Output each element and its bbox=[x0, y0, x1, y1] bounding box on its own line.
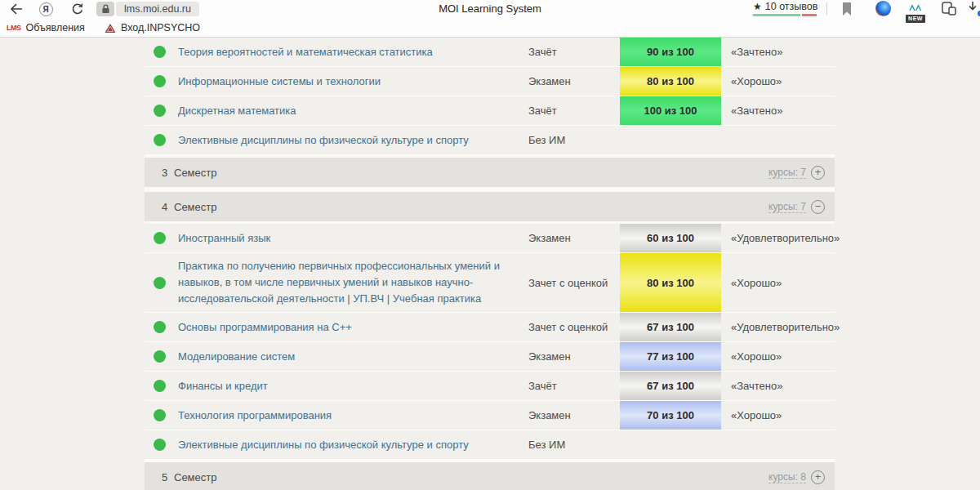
bookmark-login-inpsycho[interactable]: Вход.INPSYCHO bbox=[105, 20, 200, 35]
status-dot-cell bbox=[145, 232, 178, 244]
download-icon[interactable] bbox=[967, 1, 980, 17]
table-row: Дискретная математика Зачёт 100 из 100 «… bbox=[145, 96, 835, 126]
semester-number: 4 bbox=[162, 201, 174, 213]
score-cell: 60 из 100 bbox=[620, 224, 721, 252]
browser-toolbar: Я lms.moi.edu.ru MOI Learning System ★ 1… bbox=[0, 0, 980, 19]
course-link[interactable]: Элективные дисциплины по физической куль… bbox=[178, 439, 469, 451]
status-dot-cell bbox=[145, 409, 178, 421]
course-link[interactable]: Финансы и кредит bbox=[178, 380, 268, 392]
url-bar[interactable]: lms.moi.edu.ru bbox=[116, 2, 199, 16]
status-dot-icon bbox=[154, 134, 166, 146]
score-cell: 70 из 100 bbox=[620, 401, 721, 430]
exam-type: Экзамен bbox=[528, 75, 620, 87]
status-dot-cell bbox=[145, 439, 178, 451]
status-dot-cell bbox=[145, 105, 178, 117]
rating-bar-negative bbox=[802, 14, 817, 16]
course-link[interactable]: Дискретная математика bbox=[178, 105, 296, 117]
table-row: Элективные дисциплины по физической куль… bbox=[145, 126, 835, 155]
status-dot-cell bbox=[145, 380, 178, 392]
grade-value: «Хорошо» bbox=[721, 350, 835, 363]
course-link[interactable]: Элективные дисциплины по физической куль… bbox=[178, 134, 469, 146]
status-dot-cell bbox=[145, 277, 178, 289]
course-link[interactable]: Теория вероятностей и математическая ста… bbox=[178, 46, 433, 58]
course-link[interactable]: Моделирование систем bbox=[178, 350, 295, 363]
status-dot-cell bbox=[145, 75, 178, 87]
reviews-count: 10 отзывов bbox=[765, 1, 818, 12]
semester-header-row: 5 Семестр курсы: 8 + bbox=[145, 460, 835, 490]
rating-bar bbox=[753, 14, 817, 16]
table-row: Теория вероятностей и математическая ста… bbox=[145, 38, 835, 67]
score-cell: 80 из 100 bbox=[620, 67, 721, 96]
course-link[interactable]: Иностранный язык bbox=[178, 232, 270, 244]
plus-circle-icon[interactable]: + bbox=[811, 166, 825, 180]
grade-value: «Удовлетворительно» bbox=[721, 232, 840, 244]
minus-circle-icon[interactable]: − bbox=[811, 200, 825, 214]
score-value: 67 из 100 bbox=[647, 321, 694, 333]
score-cell: 90 из 100 bbox=[620, 38, 721, 66]
score-value: 100 из 100 bbox=[644, 105, 697, 117]
url-text: lms.moi.edu.ru bbox=[124, 3, 191, 15]
semester-label: Семестр bbox=[174, 471, 216, 483]
inpsycho-favicon bbox=[105, 23, 116, 33]
status-dot-cell bbox=[145, 134, 178, 146]
exam-type: Экзамен bbox=[528, 350, 620, 363]
score-value: 77 из 100 bbox=[647, 350, 694, 363]
status-dot-icon bbox=[154, 46, 166, 58]
back-icon[interactable] bbox=[8, 2, 24, 16]
score-value: 60 из 100 bbox=[647, 232, 694, 244]
course-link[interactable]: Практика по получению первичных професси… bbox=[178, 260, 500, 305]
bookmark-announcements[interactable]: LMS Объявления bbox=[7, 20, 85, 35]
lms-favicon: LMS bbox=[7, 24, 21, 32]
yandex-icon[interactable]: Я bbox=[38, 2, 54, 16]
score-cell bbox=[620, 430, 721, 459]
table-row: Моделирование систем Экзамен 77 из 100 «… bbox=[145, 342, 835, 372]
tab-groups-icon[interactable] bbox=[941, 1, 957, 20]
exam-type: Зачёт bbox=[528, 380, 620, 392]
browser-chrome: Я lms.moi.edu.ru MOI Learning System ★ 1… bbox=[0, 0, 980, 38]
score-cell: 100 из 100 bbox=[620, 96, 721, 125]
extension-new-icon[interactable]: NEW bbox=[905, 0, 926, 17]
status-dot-icon bbox=[154, 439, 166, 451]
grade-value: «Хорошо» bbox=[721, 409, 835, 421]
table-row: Финансы и кредит Зачёт 67 из 100 «Зачтен… bbox=[145, 372, 835, 401]
grade-value: «Зачтено» bbox=[721, 380, 835, 392]
exam-type: Экзамен bbox=[528, 409, 620, 421]
semester-number: 3 bbox=[162, 167, 174, 179]
table-row: Технология программирования Экзамен 70 и… bbox=[145, 401, 835, 430]
score-cell: 67 из 100 bbox=[620, 372, 721, 400]
table-row: Элективные дисциплины по физической куль… bbox=[145, 430, 835, 460]
courses-count-link[interactable]: курсы: 7 bbox=[768, 201, 806, 213]
grade-value: «Зачтено» bbox=[721, 46, 835, 58]
table-row: Практика по получению первичных професси… bbox=[145, 253, 835, 313]
grade-value: «Хорошо» bbox=[721, 75, 835, 87]
course-link[interactable]: Информационные системы и технологии bbox=[178, 75, 381, 87]
status-dot-cell bbox=[145, 321, 178, 333]
reload-icon[interactable] bbox=[69, 2, 85, 16]
exam-type: Зачет с оценкой bbox=[528, 277, 620, 289]
semester-header-row: 3 Семестр курсы: 7 + bbox=[145, 155, 835, 189]
status-dot-icon bbox=[154, 277, 166, 289]
status-dot-icon bbox=[154, 232, 166, 244]
courses-count-link[interactable]: курсы: 7 bbox=[768, 167, 806, 179]
exam-type: Без ИМ bbox=[528, 134, 620, 146]
grades-table: Теория вероятностей и математическая ста… bbox=[145, 38, 835, 490]
site-rating[interactable]: ★ 10 отзывов bbox=[753, 1, 817, 12]
score-value: 80 из 100 bbox=[647, 75, 694, 87]
exam-type: Экзамен bbox=[528, 232, 620, 244]
plus-circle-icon[interactable]: + bbox=[811, 470, 825, 484]
lock-icon[interactable] bbox=[96, 2, 114, 16]
grade-value: «Хорошо» bbox=[721, 277, 835, 289]
exam-type: Зачёт bbox=[528, 105, 620, 117]
star-icon: ★ bbox=[753, 1, 762, 12]
exam-type: Зачёт bbox=[528, 46, 620, 58]
score-cell: 67 из 100 bbox=[620, 313, 721, 341]
bookmark-flag-icon[interactable] bbox=[841, 2, 853, 20]
score-cell: 77 из 100 bbox=[620, 342, 721, 371]
table-row: Информационные системы и технологии Экза… bbox=[145, 67, 835, 96]
course-link[interactable]: Технология программирования bbox=[178, 409, 332, 421]
course-link[interactable]: Основы программирования на C++ bbox=[178, 321, 352, 333]
status-dot-icon bbox=[154, 321, 166, 333]
status-dot-icon bbox=[154, 380, 166, 392]
courses-count-link[interactable]: курсы: 8 bbox=[768, 471, 806, 483]
extension-browser-icon[interactable] bbox=[875, 1, 891, 16]
